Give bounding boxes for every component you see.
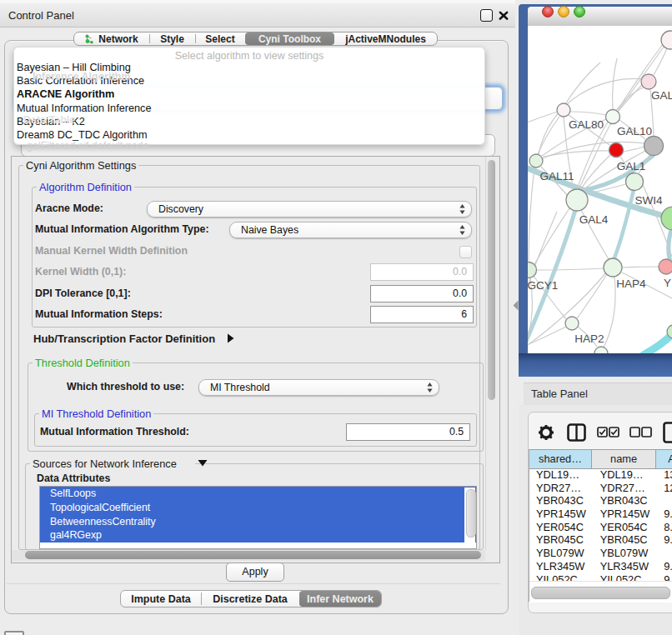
apply-button[interactable]: Apply [226, 562, 284, 582]
popup-item[interactable]: ARACNE Algorithm [14, 88, 484, 101]
table-cell: YPR145W [594, 508, 659, 521]
list-item[interactable]: SelfLoops [40, 487, 476, 501]
inner-panel-divider [7, 583, 500, 584]
tab-label: Infer Network [307, 593, 374, 605]
tab-impute-data[interactable]: Impute Data [121, 591, 201, 607]
network-edge [613, 58, 617, 109]
which-threshold-value: MI Threshold [210, 382, 270, 393]
tab-discretize-data[interactable]: Discretize Data [201, 591, 299, 607]
tab-separator [201, 592, 202, 605]
splitter-collapse-icon[interactable] [513, 300, 519, 311]
network-node[interactable] [661, 31, 672, 49]
tab-style[interactable]: Style [149, 32, 195, 45]
hub-section-label[interactable]: Hub/Transcription Factor Definition [33, 332, 215, 345]
data-attributes-list[interactable]: SelfLoopsTopologicalCoefficientBetweenne… [39, 486, 477, 549]
close-icon[interactable] [499, 10, 509, 21]
network-node-gal4[interactable] [566, 189, 588, 211]
cyni-algorithm-settings-title: Cyni Algorithm Settings [23, 159, 138, 172]
minimized-panel-icon[interactable] [4, 631, 24, 635]
column-header-name[interactable]: name [592, 450, 656, 468]
close-traffic-light[interactable] [542, 6, 554, 18]
table-row[interactable]: YBR043CYBR043C [529, 494, 672, 508]
network-node-label: GAL4 [579, 213, 609, 226]
show-columns-icon[interactable] [597, 427, 619, 438]
tab-select[interactable]: Select [195, 32, 245, 45]
control-panel-title: Control Panel [8, 9, 74, 22]
network-edge [534, 208, 569, 264]
table-row[interactable]: YIL052CYIL052C9. [529, 573, 672, 582]
table-horizontal-scrollbar[interactable] [531, 587, 670, 599]
list-item[interactable]: gal4RGexp [40, 528, 476, 542]
vertical-scrollbar[interactable] [488, 160, 495, 400]
hub-expand-icon[interactable] [227, 333, 234, 343]
tab-label: Cyni Toolbox [258, 33, 321, 45]
dpi-tolerance-label: DPI Tolerance [0,1]: [35, 288, 131, 299]
network-node-gal11[interactable] [529, 154, 543, 168]
network-node[interactable] [661, 207, 672, 230]
network-edge [528, 112, 558, 125]
mi-threshold-field[interactable]: 0.5 [346, 423, 470, 441]
table-row[interactable]: YLR345WYLR345W9. [529, 560, 672, 573]
tab-infer-network[interactable]: Infer Network [299, 591, 381, 607]
table-cell: YDL19… [529, 468, 594, 482]
manual-kernel-width-checkbox[interactable] [459, 246, 472, 258]
tab-separator [149, 34, 150, 43]
network-node-gal1[interactable] [609, 143, 624, 158]
table-row[interactable]: YPR145WYPR145W9. [529, 508, 672, 521]
list-item[interactable]: BetweennessCentrality [40, 515, 476, 529]
network-node[interactable] [644, 137, 664, 156]
table-cell: YER054C [594, 521, 659, 534]
split-table-icon[interactable] [567, 423, 586, 442]
network-node-y[interactable] [659, 259, 672, 274]
list-scrollbar[interactable] [466, 489, 476, 538]
table-row[interactable]: YDR27…YDR27…12. [529, 482, 672, 495]
table-cell [659, 494, 672, 508]
threshold-definition-title: Threshold Definition [33, 357, 133, 369]
tab-network[interactable]: Network [74, 32, 149, 45]
network-node-gal80[interactable] [557, 103, 570, 117]
table-row[interactable]: YDL19…YDL19…13. [529, 468, 672, 482]
mi-algorithm-type-combo[interactable]: Naive Bayes [229, 222, 472, 238]
tab-label: Impute Data [131, 593, 191, 605]
table-row[interactable]: YBL079WYBL079W [529, 547, 672, 560]
network-node-swi4[interactable] [626, 173, 644, 191]
minimize-traffic-light[interactable] [558, 6, 569, 18]
float-window-icon[interactable] [480, 9, 493, 22]
algorithm-dropdown-popup: Select algorithm to view settings Bayesi… [13, 47, 485, 145]
popup-item[interactable]: Bayesian – K2 [14, 115, 484, 128]
network-node-label: HAP4 [616, 278, 646, 290]
sources-collapse-icon[interactable] [198, 459, 208, 467]
mi-steps-field[interactable]: 6 [370, 306, 474, 323]
list-item[interactable]: TopologicalCoefficient [40, 501, 476, 515]
sources-group-title: Sources for Network Inference [30, 458, 195, 470]
tab-cyni-toolbox[interactable]: Cyni Toolbox [245, 32, 334, 45]
document-icon[interactable] [663, 422, 672, 443]
table-cell: YBR043C [529, 494, 594, 508]
dpi-tolerance-field[interactable]: 0.0 [370, 285, 474, 302]
column-header-A[interactable]: A [656, 450, 672, 468]
table-cell: 8. [659, 521, 672, 534]
zoom-traffic-light[interactable] [574, 6, 585, 18]
kernel-width-field[interactable]: 0.0 [370, 263, 474, 281]
horizontal-scrollbar[interactable] [25, 551, 481, 559]
table-row[interactable]: YER054CYER054C8. [529, 521, 672, 534]
gear-icon[interactable] [539, 425, 554, 440]
network-node-hap4[interactable] [604, 258, 622, 277]
table-row[interactable]: YBR045CYBR045C9. [529, 533, 672, 547]
table-body: YDL19…YDL19…13.YDR27…YDR27…12.YBR043CYBR… [529, 468, 672, 581]
hide-columns-icon[interactable] [629, 427, 652, 438]
which-threshold-combo[interactable]: MI Threshold [198, 379, 439, 396]
aracne-mode-combo[interactable]: Discovery [147, 201, 472, 218]
popup-item[interactable]: Mutual Information Inference [14, 102, 484, 115]
network-node-gal10[interactable] [606, 110, 620, 124]
column-header-shared[interactable]: shared… [529, 450, 592, 468]
aracne-mode-label: Aracne Mode: [35, 202, 103, 214]
network-node-gal2[interactable] [641, 74, 656, 89]
table-cell: YLR345W [529, 560, 594, 573]
table-cell: YIL052C [529, 573, 594, 582]
network-canvas[interactable]: GAL2GAL80GAL10GAL1GAL11SWI4GAL4GCY1HAP4Y… [528, 26, 672, 353]
network-node[interactable] [594, 347, 608, 353]
tab-jactivemnodules[interactable]: jActiveMNodules [334, 32, 437, 45]
network-node-hap2[interactable] [565, 317, 579, 330]
tab-label: jActiveMNodules [345, 33, 426, 45]
